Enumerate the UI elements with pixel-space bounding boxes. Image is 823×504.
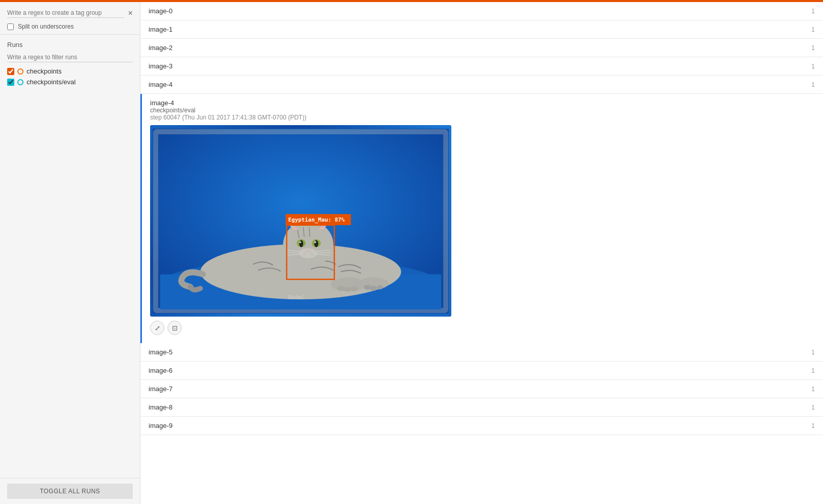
- image-row[interactable]: image-9 1: [140, 417, 823, 435]
- image-row[interactable]: image-7 1: [140, 380, 823, 398]
- image-row-count: 1: [811, 44, 815, 52]
- filter-runs-input[interactable]: [7, 53, 133, 62]
- expanded-title: image-4: [150, 99, 815, 107]
- image-row-count: 1: [811, 349, 815, 356]
- svg-text:Helmi: Helmi: [287, 294, 304, 301]
- svg-point-9: [351, 286, 358, 291]
- svg-point-20: [299, 240, 303, 247]
- sidebar: × Split on underscores Runs checkpoints …: [0, 2, 140, 504]
- image-row-label: image-7: [149, 385, 173, 393]
- runs-section: Runs checkpoints checkpoints/eval: [0, 35, 140, 93]
- image-row[interactable]: image-4 1: [140, 76, 823, 94]
- svg-point-12: [377, 285, 383, 289]
- image-row-count: 1: [811, 81, 815, 88]
- split-underscores-checkbox[interactable]: [7, 23, 14, 30]
- svg-point-8: [344, 286, 352, 292]
- svg-point-23: [314, 241, 317, 243]
- image-row[interactable]: image-3 1: [140, 57, 823, 76]
- image-row-count: 1: [811, 63, 815, 70]
- image-row-label: image-2: [149, 44, 173, 52]
- expanded-header: image-4 checkpoints/eval step 60047 (Thu…: [150, 99, 815, 121]
- svg-point-10: [364, 284, 371, 290]
- image-row-label: image-4: [149, 81, 173, 88]
- image-row[interactable]: image-5 1: [140, 343, 823, 362]
- image-row-count: 1: [811, 367, 815, 374]
- image-row-count: 1: [811, 8, 815, 15]
- run-circle-checkpoints: [17, 68, 23, 75]
- run-label-checkpoints: checkpoints: [27, 67, 62, 75]
- svg-point-11: [370, 285, 377, 291]
- aspect-button[interactable]: ⊡: [167, 321, 182, 335]
- image-row-label: image-8: [149, 403, 173, 411]
- svg-point-31: [299, 248, 317, 258]
- image-row-label: image-1: [149, 26, 173, 33]
- image-row-count: 1: [811, 422, 815, 429]
- expanded-run: checkpoints/eval: [150, 107, 815, 114]
- image-row[interactable]: image-0 1: [140, 2, 823, 20]
- fullscreen-button[interactable]: ⤢: [150, 321, 164, 335]
- run-checkbox-checkpoints[interactable]: [7, 68, 14, 75]
- run-item-checkpoints-eval[interactable]: checkpoints/eval: [7, 78, 133, 86]
- expanded-step: step 60047 (Thu Jun 01 2017 17:41:38 GMT…: [150, 114, 815, 121]
- svg-point-21: [314, 240, 319, 247]
- tag-group-row: ×: [7, 8, 133, 18]
- tag-group-input[interactable]: [7, 8, 124, 18]
- image-row[interactable]: image-2 1: [140, 39, 823, 57]
- toggle-all-button[interactable]: TOGGLE ALL RUNS: [7, 484, 133, 499]
- expanded-panel: image-4 checkpoints/eval step 60047 (Thu…: [140, 94, 823, 343]
- image-row[interactable]: image-6 1: [140, 362, 823, 380]
- run-circle-checkpoints-eval: [17, 79, 23, 85]
- run-checkbox-checkpoints-eval[interactable]: [7, 79, 14, 86]
- image-row-label: image-3: [149, 62, 173, 70]
- image-controls: ⤢ ⊡: [150, 321, 451, 335]
- svg-point-13: [283, 221, 333, 267]
- runs-label: Runs: [7, 41, 133, 49]
- image-row[interactable]: image-1 1: [140, 20, 823, 39]
- image-row-label: image-9: [149, 422, 173, 429]
- image-row-label: image-5: [149, 348, 173, 356]
- image-row-count: 1: [811, 404, 815, 411]
- image-row-count: 1: [811, 26, 815, 33]
- image-container: Egyptian_Mau: 87% Helmi ⤢ ⊡: [150, 125, 451, 335]
- sidebar-top: × Split on underscores: [0, 2, 140, 35]
- image-row-label: image-6: [149, 367, 173, 374]
- main-content: image-0 1 image-1 1 image-2 1 image-3 1 …: [140, 2, 823, 504]
- svg-text:Egyptian_Mau: 87%: Egyptian_Mau: 87%: [288, 216, 345, 223]
- sidebar-bottom: TOGGLE ALL RUNS: [0, 478, 140, 504]
- image-row-count: 1: [811, 386, 815, 393]
- cat-svg: Egyptian_Mau: 87% Helmi: [153, 127, 449, 315]
- image-row-label: image-0: [149, 7, 173, 15]
- close-button[interactable]: ×: [124, 9, 133, 17]
- cat-image: Egyptian_Mau: 87% Helmi: [150, 125, 451, 317]
- split-underscores-label: Split on underscores: [18, 23, 74, 30]
- svg-point-22: [299, 241, 301, 243]
- run-label-checkpoints-eval: checkpoints/eval: [27, 78, 76, 86]
- split-underscores-row: Split on underscores: [7, 23, 133, 30]
- run-item-checkpoints[interactable]: checkpoints: [7, 67, 133, 75]
- image-row[interactable]: image-8 1: [140, 398, 823, 417]
